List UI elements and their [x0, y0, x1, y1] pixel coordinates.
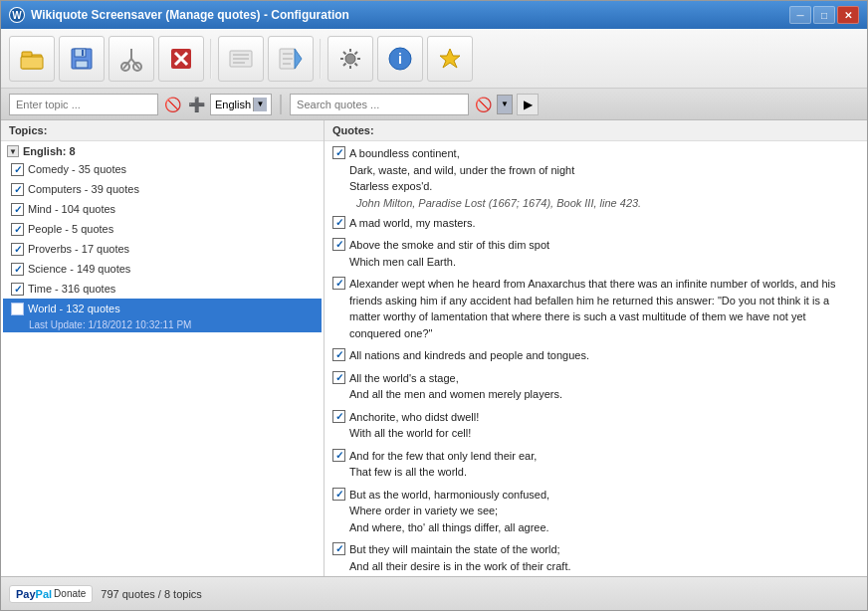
window-icon: W [9, 7, 25, 23]
topic-input[interactable] [9, 94, 158, 115]
topic-label-world: World - 132 quotes [28, 303, 120, 314]
topic-label-computers: Computers - 39 quotes [28, 183, 139, 195]
quote-text-8: And for the few that only lend their ear… [349, 448, 537, 481]
search-bar: 🚫 ➕ English ▼ 🚫 ▼ ▶ [1, 89, 867, 120]
toolbar-separator-1 [210, 39, 212, 79]
extra-button[interactable] [427, 36, 473, 82]
topic-item-computers[interactable]: Computers - 39 quotes [3, 179, 322, 199]
last-update: Last Update: 1/18/2012 10:32:11 PM [3, 318, 322, 332]
topic-item-world[interactable]: World - 132 quotes [3, 299, 322, 318]
paypal-logo: PayPal [16, 588, 52, 600]
topic-checkbox-proverbs[interactable] [11, 243, 24, 256]
quote-checkbox-7[interactable] [332, 410, 345, 423]
topic-label-time: Time - 316 quotes [28, 283, 115, 295]
info-button[interactable]: i [377, 36, 423, 82]
forward-button[interactable] [268, 36, 314, 82]
quote-checkbox-5[interactable] [332, 348, 345, 361]
quote-checkbox-10[interactable] [332, 542, 345, 555]
topic-checkbox-computers[interactable] [11, 183, 24, 196]
quote-text-10: But they will maintain the state of the … [349, 541, 571, 574]
close-button[interactable]: ✕ [837, 6, 859, 24]
save-button[interactable] [59, 36, 105, 82]
cut-button[interactable] [108, 36, 154, 82]
search-separator [280, 95, 282, 114]
window-title: Wikiquote Screensaver (Manage quotes) - … [31, 8, 789, 22]
quote-text-3: Above the smoke and stir of this dim spo… [349, 237, 549, 270]
search-dropdown-arrow[interactable]: ▼ [497, 95, 513, 114]
quote-row-9: But as the world, harmoniously confused,… [332, 487, 859, 536]
quote-text-2: A mad world, my masters. [349, 215, 476, 232]
topic-checkbox-people[interactable] [11, 223, 24, 236]
quotes-panel: Quotes: A boundless continent, Dark, was… [325, 120, 867, 576]
topic-checkbox-world[interactable] [11, 303, 24, 315]
svg-line-33 [355, 52, 358, 55]
svg-line-31 [343, 52, 346, 55]
status-stats: 797 quotes / 8 topics [101, 588, 202, 600]
quotes-header: Quotes: [325, 120, 867, 141]
topics-group-english: ▼ English: 8 [3, 143, 322, 159]
topic-add-button[interactable]: ➕ [186, 95, 206, 114]
quote-item-9: But as the world, harmoniously confused,… [332, 487, 859, 536]
svg-rect-8 [82, 50, 84, 56]
quote-item-2: A mad world, my masters. [332, 215, 859, 232]
status-bar: PayPal Donate 797 quotes / 8 topics [1, 576, 867, 610]
prev-button[interactable] [218, 36, 264, 82]
paypal-label: Donate [54, 588, 86, 599]
svg-text:i: i [398, 51, 402, 67]
topic-label-comedy: Comedy - 35 quotes [28, 163, 126, 175]
quote-row-4: Alexander wept when he heard from Anaxar… [332, 276, 859, 341]
quote-row-3: Above the smoke and stir of this dim spo… [332, 237, 859, 270]
topics-panel: Topics: ▼ English: 8 Comedy - 35 quotes … [1, 120, 325, 576]
quotes-search-input[interactable] [290, 94, 469, 115]
quote-text-1: A boundless continent, Dark, waste, and … [349, 145, 574, 195]
svg-rect-7 [76, 61, 88, 68]
quote-text-9: But as the world, harmoniously confused,… [349, 487, 549, 536]
search-go-button[interactable]: ▶ [517, 94, 539, 115]
quote-checkbox-2[interactable] [332, 216, 345, 229]
delete-button[interactable] [158, 36, 204, 82]
group-expand-button[interactable]: ▼ [7, 145, 19, 157]
topic-item-time[interactable]: Time - 316 quotes [3, 279, 322, 299]
quote-row-8: And for the few that only lend their ear… [332, 448, 859, 481]
svg-point-26 [345, 54, 355, 64]
paypal-button[interactable]: PayPal Donate [9, 585, 93, 603]
quote-row-10: But they will maintain the state of the … [332, 541, 859, 574]
topic-item-mind[interactable]: Mind - 104 quotes [3, 199, 322, 219]
topic-item-proverbs[interactable]: Proverbs - 17 quotes [3, 239, 322, 259]
maximize-button[interactable]: □ [813, 6, 835, 24]
svg-rect-4 [21, 57, 43, 69]
topics-list: ▼ English: 8 Comedy - 35 quotes Computer… [1, 141, 324, 576]
toolbar-separator-2 [320, 39, 322, 79]
quote-checkbox-6[interactable] [332, 371, 345, 384]
topic-label-people: People - 5 quotes [28, 223, 113, 235]
quote-item-6: All the world's a stage, And all the men… [332, 370, 859, 403]
svg-rect-3 [22, 52, 32, 57]
topic-checkbox-science[interactable] [11, 263, 24, 276]
settings-button[interactable] [327, 36, 373, 82]
quote-text-4: Alexander wept when he heard from Anaxar… [349, 276, 859, 341]
minimize-button[interactable]: ─ [789, 6, 811, 24]
topic-item-comedy[interactable]: Comedy - 35 quotes [3, 159, 322, 179]
quote-checkbox-8[interactable] [332, 449, 345, 462]
language-dropdown-arrow[interactable]: ▼ [253, 98, 267, 111]
quote-item-1: A boundless continent, Dark, waste, and … [332, 145, 859, 209]
search-clear-button[interactable]: 🚫 [473, 95, 493, 114]
quote-item-7: Anchorite, who didst dwell! With all the… [332, 409, 859, 442]
open-button[interactable] [9, 36, 55, 82]
quote-item-10: But they will maintain the state of the … [332, 541, 859, 574]
quote-checkbox-1[interactable] [332, 146, 345, 159]
language-dropdown[interactable]: English ▼ [210, 94, 272, 115]
quote-checkbox-9[interactable] [332, 488, 345, 501]
topic-checkbox-time[interactable] [11, 283, 24, 296]
topic-checkbox-mind[interactable] [11, 203, 24, 216]
quote-row-2: A mad world, my masters. [332, 215, 859, 232]
topic-clear-button[interactable]: 🚫 [162, 95, 182, 114]
topic-item-science[interactable]: Science - 149 quotes [3, 259, 322, 279]
quote-checkbox-4[interactable] [332, 277, 345, 290]
quote-row-6: All the world's a stage, And all the men… [332, 370, 859, 403]
quote-checkbox-3[interactable] [332, 238, 345, 251]
topic-checkbox-comedy[interactable] [11, 163, 24, 176]
quote-item-8: And for the few that only lend their ear… [332, 448, 859, 481]
topic-item-people[interactable]: People - 5 quotes [3, 219, 322, 239]
topic-label-proverbs: Proverbs - 17 quotes [28, 243, 129, 255]
